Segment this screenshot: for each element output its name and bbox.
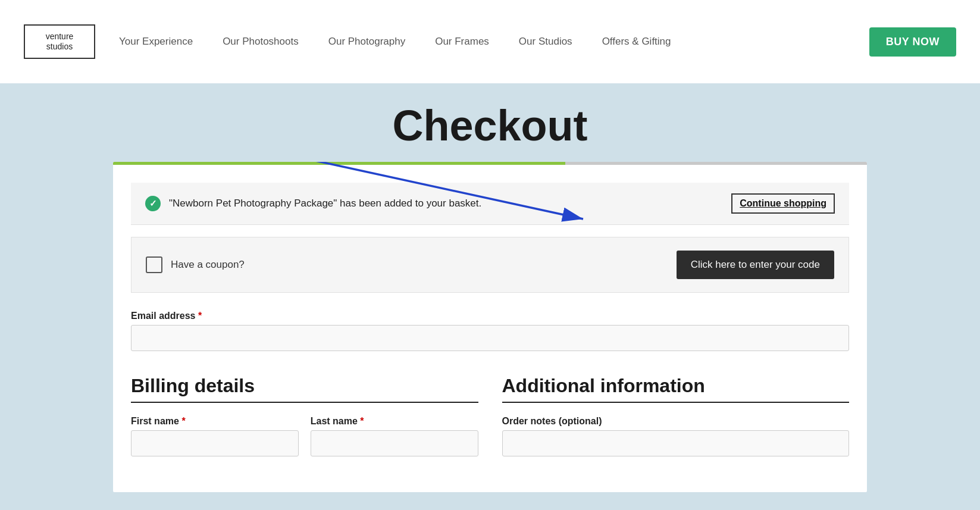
additional-info-section: Additional information Order notes (opti… <box>502 375 850 468</box>
name-field-row: First name * Last name * <box>131 416 478 468</box>
logo[interactable]: venture studios <box>24 24 95 59</box>
first-name-input[interactable] <box>131 430 299 456</box>
last-name-group: Last name * <box>311 416 478 456</box>
first-name-group: First name * <box>131 416 299 456</box>
buy-now-button[interactable]: BUY NOW <box>869 27 956 57</box>
form-columns: Billing details First name * <box>131 363 849 468</box>
order-notes-group: Order notes (optional) <box>502 416 850 456</box>
main-nav: Your Experience Our Photoshoots Our Phot… <box>119 35 846 48</box>
billing-heading: Billing details <box>131 375 478 397</box>
inner-card: "Newborn Pet Photography Package" has be… <box>113 165 867 492</box>
coupon-section: Have a coupon? Click here to enter your … <box>131 237 849 293</box>
page-title: Checkout <box>113 83 867 162</box>
page-content: Checkout "Newborn Pet Photography Packag… <box>0 83 980 510</box>
additional-heading: Additional information <box>502 375 850 397</box>
last-name-required-star: * <box>360 416 364 426</box>
email-required-star: * <box>198 311 202 321</box>
logo-line2: studios <box>33 42 86 52</box>
logo-line1: venture <box>33 32 86 42</box>
last-name-input[interactable] <box>311 430 478 456</box>
email-label: Email address * <box>131 311 849 321</box>
coupon-wrapper: Have a coupon? Click here to enter your … <box>131 237 849 293</box>
form-section: Email address * Billing details Firs <box>131 305 849 480</box>
nav-our-photoshoots[interactable]: Our Photoshoots <box>223 35 299 48</box>
email-input[interactable] <box>131 325 849 351</box>
nav-your-experience[interactable]: Your Experience <box>119 35 193 48</box>
coupon-icon <box>146 256 162 273</box>
additional-divider <box>502 402 850 403</box>
notification-left: "Newborn Pet Photography Package" has be… <box>145 196 481 211</box>
first-name-required-star: * <box>181 416 185 426</box>
notification-bar: "Newborn Pet Photography Package" has be… <box>131 183 849 225</box>
checkout-card: "Newborn Pet Photography Package" has be… <box>113 162 867 492</box>
order-notes-input[interactable] <box>502 430 850 456</box>
first-name-label: First name * <box>131 416 299 427</box>
continue-shopping-link[interactable]: Continue shopping <box>731 193 835 214</box>
email-group: Email address * <box>131 311 849 351</box>
order-notes-label: Order notes (optional) <box>502 416 850 427</box>
billing-divider <box>131 402 478 403</box>
billing-details-section: Billing details First name * <box>131 375 478 468</box>
coupon-label: Have a coupon? <box>171 259 245 271</box>
site-header: venture studios Your Experience Our Phot… <box>0 0 980 83</box>
nav-our-studios[interactable]: Our Studios <box>519 35 572 48</box>
nav-offers-gifting[interactable]: Offers & Gifting <box>602 35 671 48</box>
notification-text: "Newborn Pet Photography Package" has be… <box>169 198 481 209</box>
nav-our-photography[interactable]: Our Photography <box>328 35 405 48</box>
nav-our-frames[interactable]: Our Frames <box>435 35 489 48</box>
coupon-cta-button[interactable]: Click here to enter your code <box>677 251 834 279</box>
success-icon <box>145 196 161 211</box>
last-name-label: Last name * <box>311 416 478 427</box>
